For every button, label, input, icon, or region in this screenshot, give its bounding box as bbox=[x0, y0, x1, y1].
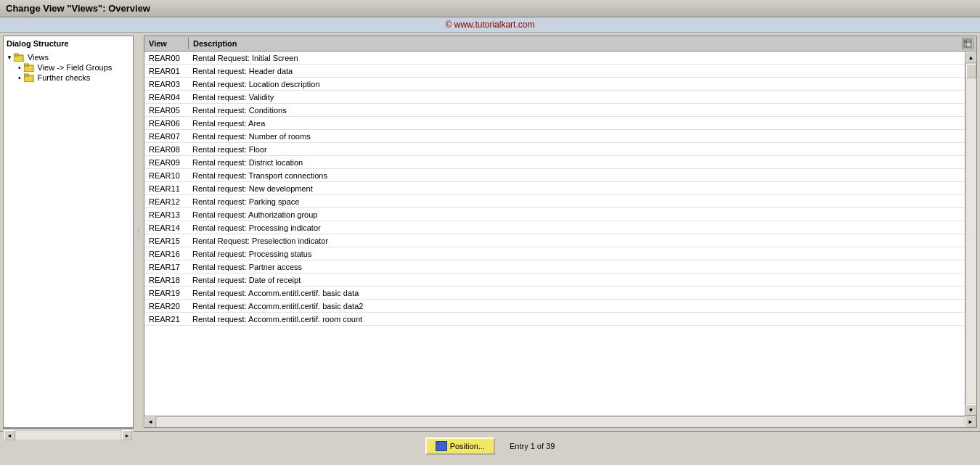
folder-open-icon bbox=[14, 53, 24, 62]
cell-description: Rental request: Floor bbox=[188, 144, 965, 155]
scroll-thumb[interactable] bbox=[966, 64, 976, 78]
watermark-text: © www.tutorialkart.com bbox=[446, 20, 535, 30]
hscroll-right-btn[interactable]: ► bbox=[965, 416, 976, 428]
cell-description: Rental request: Conditions bbox=[188, 105, 965, 115]
table-row[interactable]: REAR00 Rental Request: Initial Screen bbox=[144, 52, 965, 65]
table-row[interactable]: REAR05 Rental request: Conditions bbox=[144, 104, 965, 117]
cell-description: Rental request: Validity bbox=[188, 92, 965, 102]
cell-view: REAR01 bbox=[144, 66, 188, 76]
cell-view: REAR20 bbox=[144, 301, 188, 311]
table-row[interactable]: REAR09 Rental request: District location bbox=[144, 156, 965, 169]
cell-description: Rental request: Processing indicator bbox=[188, 223, 965, 233]
cell-view: REAR00 bbox=[144, 53, 188, 63]
scroll-up-btn[interactable]: ▲ bbox=[965, 52, 977, 63]
cell-description: Rental Request: Preselection indicator bbox=[188, 236, 965, 246]
bullet-icon: • bbox=[18, 64, 21, 72]
table-row[interactable]: REAR13 Rental request: Authorization gro… bbox=[144, 208, 965, 221]
title-bar: Change View "Views": Overview bbox=[0, 0, 980, 17]
cell-view: REAR21 bbox=[144, 314, 188, 324]
col-header-view: View bbox=[144, 38, 188, 49]
cell-view: REAR03 bbox=[144, 79, 188, 89]
cell-description: Rental request: Partner access bbox=[188, 262, 965, 272]
cell-description: Rental Request: Initial Screen bbox=[188, 53, 965, 63]
sidebar-item-further-checks[interactable]: • Further checks bbox=[7, 73, 130, 83]
table-row[interactable]: REAR19 Rental request: Accomm.entitl.cer… bbox=[144, 287, 965, 300]
title-text: Change View "Views": Overview bbox=[6, 3, 150, 14]
table-rows: REAR00 Rental Request: Initial Screen RE… bbox=[144, 52, 965, 416]
bottom-bar: Position... Entry 1 of 39 bbox=[0, 431, 980, 460]
table-row[interactable]: REAR20 Rental request: Accomm.entitl.cer… bbox=[144, 300, 965, 313]
cell-description: Rental request: Accomm.entitl.certif. ba… bbox=[188, 288, 965, 298]
sidebar: Dialog Structure ▼ Views • bbox=[3, 36, 134, 428]
table-header: View Description bbox=[144, 36, 976, 52]
cell-description: Rental request: Transport connections bbox=[188, 170, 965, 181]
resize-handle[interactable]: ⋮ bbox=[136, 36, 141, 428]
table-row[interactable]: REAR15 Rental Request: Preselection indi… bbox=[144, 234, 965, 247]
table-row[interactable]: REAR01 Rental request: Header data bbox=[144, 65, 965, 78]
table-row[interactable]: REAR10 Rental request: Transport connect… bbox=[144, 169, 965, 182]
cell-view: REAR06 bbox=[144, 118, 188, 128]
sidebar-item-field-groups-label: View -> Field Groups bbox=[38, 63, 113, 72]
table-row[interactable]: REAR21 Rental request: Accomm.entitl.cer… bbox=[144, 313, 965, 326]
table-row[interactable]: REAR08 Rental request: Floor bbox=[144, 143, 965, 156]
expand-arrow-icon: ▼ bbox=[7, 54, 12, 61]
folder-icon-further-checks bbox=[24, 73, 34, 82]
col-header-description: Description bbox=[189, 38, 962, 49]
table-row[interactable]: REAR16 Rental request: Processing status bbox=[144, 247, 965, 260]
cell-description: Rental request: Parking space bbox=[188, 197, 965, 207]
position-button[interactable]: Position... bbox=[425, 437, 495, 455]
cell-view: REAR05 bbox=[144, 105, 188, 115]
main-content: Dialog Structure ▼ Views • bbox=[0, 33, 980, 431]
cell-description: Rental request: Area bbox=[188, 118, 965, 128]
cell-view: REAR15 bbox=[144, 236, 188, 246]
sidebar-scroll-right[interactable]: ► bbox=[122, 430, 132, 440]
bullet-icon-2: • bbox=[18, 74, 21, 82]
hscroll-left-btn[interactable]: ◄ bbox=[144, 416, 156, 428]
table-row[interactable]: REAR17 Rental request: Partner access bbox=[144, 260, 965, 273]
cell-description: Rental request: Processing status bbox=[188, 249, 965, 259]
cell-description: Rental request: Authorization group bbox=[188, 210, 965, 220]
table-row[interactable]: REAR04 Rental request: Validity bbox=[144, 91, 965, 104]
table-row[interactable]: REAR06 Rental request: Area bbox=[144, 117, 965, 130]
table-row[interactable]: REAR18 Rental request: Date of receipt bbox=[144, 273, 965, 287]
position-icon bbox=[436, 441, 447, 451]
cell-view: REAR16 bbox=[144, 249, 188, 259]
table-area: View Description REAR00 Rental Request: … bbox=[144, 36, 977, 428]
svg-rect-5 bbox=[24, 74, 28, 76]
cell-view: REAR14 bbox=[144, 223, 188, 233]
sidebar-item-further-checks-label: Further checks bbox=[38, 73, 91, 82]
cell-view: REAR08 bbox=[144, 144, 188, 155]
table-row[interactable]: REAR07 Rental request: Number of rooms bbox=[144, 130, 965, 143]
cell-view: REAR13 bbox=[144, 210, 188, 220]
sidebar-item-view-field-groups[interactable]: • View -> Field Groups bbox=[7, 62, 130, 73]
svg-rect-6 bbox=[964, 40, 971, 47]
cell-view: REAR09 bbox=[144, 157, 188, 168]
svg-rect-3 bbox=[24, 64, 28, 66]
hscroll-track bbox=[157, 417, 964, 427]
svg-rect-1 bbox=[14, 54, 18, 56]
sidebar-item-views[interactable]: ▼ Views bbox=[7, 52, 130, 62]
cell-description: Rental request: Number of rooms bbox=[188, 131, 965, 141]
table-row[interactable]: REAR03 Rental request: Location descript… bbox=[144, 78, 965, 91]
cell-description: Rental request: Date of receipt bbox=[188, 275, 965, 285]
sidebar-title: Dialog Structure bbox=[7, 39, 130, 48]
cell-view: REAR10 bbox=[144, 170, 188, 181]
table-row[interactable]: REAR12 Rental request: Parking space bbox=[144, 195, 965, 208]
scroll-track bbox=[966, 64, 976, 403]
cell-description: Rental request: Location description bbox=[188, 79, 965, 89]
table-row[interactable]: REAR11 Rental request: New development bbox=[144, 182, 965, 195]
table-row[interactable]: REAR14 Rental request: Processing indica… bbox=[144, 221, 965, 234]
scroll-down-btn[interactable]: ▼ bbox=[965, 404, 977, 416]
sidebar-scroll-left[interactable]: ◄ bbox=[4, 430, 15, 440]
sidebar-footer: ◄ ► bbox=[3, 428, 134, 442]
column-settings-icon[interactable] bbox=[962, 38, 973, 49]
cell-description: Rental request: District location bbox=[188, 157, 965, 168]
cell-view: REAR11 bbox=[144, 184, 188, 194]
folder-icon-field-groups bbox=[24, 63, 34, 72]
cell-description: Rental request: New development bbox=[188, 184, 965, 194]
cell-description: Rental request: Accomm.entitl.certif. ba… bbox=[188, 301, 965, 311]
entry-info: Entry 1 of 39 bbox=[510, 442, 555, 450]
cell-view: REAR19 bbox=[144, 288, 188, 298]
sidebar-scroll-track bbox=[16, 431, 121, 440]
cell-description: Rental request: Header data bbox=[188, 66, 965, 76]
